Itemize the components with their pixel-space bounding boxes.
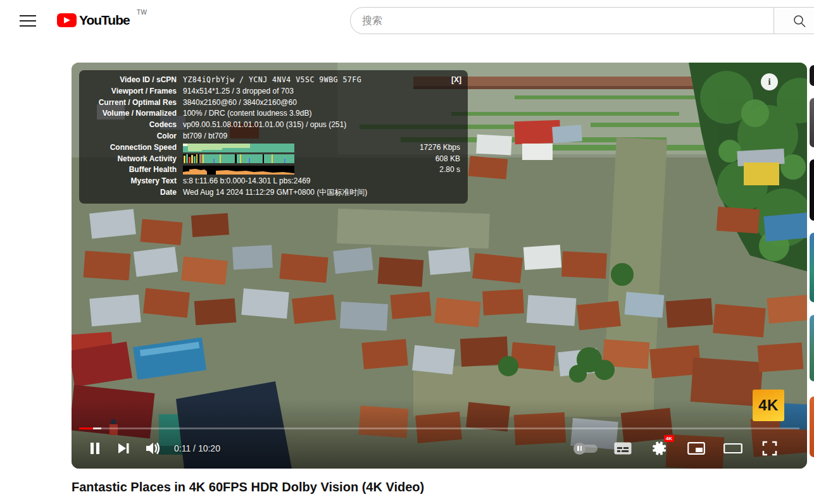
stats-row: Codecs vp09.00.51.08.01.01.01.01.00 (315… [85, 120, 461, 131]
pause-icon [89, 442, 101, 455]
search-icon [792, 13, 807, 28]
fullscreen-icon [761, 440, 778, 457]
recommended-thumbnail-edge[interactable] [810, 98, 814, 147]
video-player[interactable]: Video ID / sCPN YZ84iQrbYjw / YCNJ 4NV4 … [72, 63, 807, 469]
info-icon[interactable]: i [761, 73, 778, 90]
stats-row: Current / Optimal Res 3840x2160@60 / 384… [85, 97, 461, 109]
stats-row-connection-speed: Connection Speed 17276 Kbps [85, 142, 461, 154]
stats-row: Mystery Text s:8 t:11.66 b:0.000-14.301 … [85, 176, 461, 187]
autoplay-pause-icon [573, 443, 585, 455]
subtitles-icon [614, 442, 632, 455]
volume-icon [146, 441, 161, 455]
theater-mode-button[interactable] [718, 434, 748, 463]
buffer-health-graph [183, 166, 294, 175]
settings-quality-badge: 4K [664, 435, 674, 442]
next-icon [118, 443, 130, 454]
stats-row: Color bt709 / bt709 [85, 131, 461, 142]
recommended-thumbnail-edge[interactable] [810, 315, 814, 381]
search-button[interactable] [773, 7, 814, 34]
youtube-logo-text: YouTube [79, 13, 130, 28]
stats-for-nerds-panel: Video ID / sCPN YZ84iQrbYjw / YCNJ 4NV4 … [79, 70, 468, 204]
4k-watermark: 4K [753, 390, 784, 421]
autoplay-track [575, 445, 598, 453]
miniplayer-icon [687, 442, 705, 455]
volume-button[interactable] [139, 434, 168, 463]
stats-row: Video ID / sCPN YZ84iQrbYjw / YCNJ 4NV4 … [85, 75, 461, 86]
theater-mode-icon [723, 442, 742, 455]
search-bar [350, 7, 814, 34]
youtube-play-icon [57, 13, 77, 27]
video-title: Fantastic Places in 4K 60FPS HDR Dolby V… [72, 480, 424, 495]
stats-row-buffer-health: Buffer Health 2.80 s [85, 164, 461, 176]
search-box [350, 7, 773, 34]
player-controls-right: 4K [572, 434, 784, 463]
stats-close-button[interactable]: [X] [451, 75, 461, 84]
autoplay-toggle[interactable] [572, 434, 601, 463]
player-controls: 0:11 / 10:20 4K [80, 433, 784, 464]
connection-speed-graph [183, 144, 294, 152]
stats-row: Date Wed Aug 14 2024 11:12:29 GMT+0800 (… [85, 187, 461, 199]
pause-button[interactable] [80, 434, 110, 463]
recommended-thumbnail-edge[interactable] [810, 65, 814, 86]
network-activity-graph [183, 154, 294, 163]
next-button[interactable] [110, 434, 139, 463]
settings-button[interactable]: 4K [645, 434, 674, 463]
gear-icon [652, 441, 667, 456]
fullscreen-button[interactable] [755, 434, 784, 463]
menu-icon[interactable] [20, 15, 36, 27]
time-display: 0:11 / 10:20 [174, 443, 220, 453]
top-app-bar: YouTube TW [0, 0, 814, 44]
search-input[interactable] [362, 15, 773, 27]
stats-row: Volume / Normalized 100% / DRC (content … [85, 108, 461, 120]
recommended-thumbnail-edge[interactable] [810, 159, 814, 221]
recommended-thumbnail-edge[interactable] [810, 396, 814, 457]
miniplayer-button[interactable] [682, 434, 711, 463]
subtitles-button[interactable] [608, 434, 637, 463]
recommended-thumbnail-edge[interactable] [810, 233, 814, 302]
progress-bar[interactable] [79, 427, 799, 429]
logo-region-label: TW [137, 9, 147, 16]
stats-row-network-activity: Network Activity 6 [85, 154, 461, 165]
youtube-logo[interactable]: YouTube [57, 13, 130, 28]
stats-row: Viewport / Frames 914x514*1.25 / 3 dropp… [85, 86, 461, 97]
progress-played [79, 427, 93, 429]
